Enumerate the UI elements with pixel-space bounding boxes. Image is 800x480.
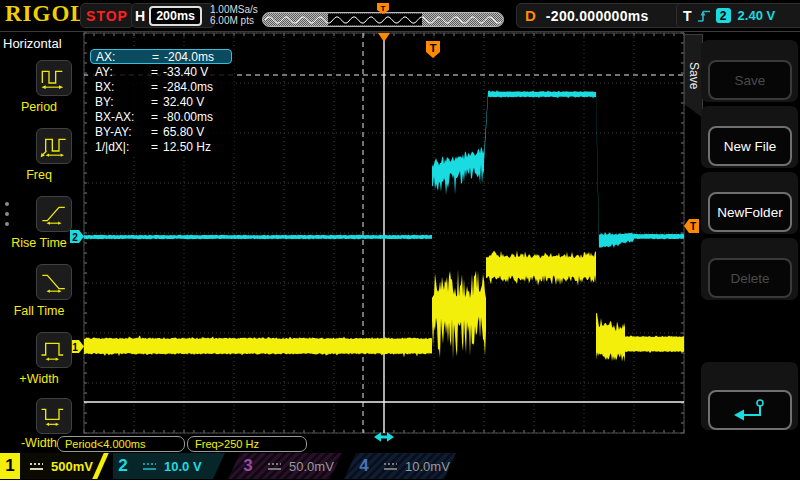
trigger-slope-icon: [697, 8, 711, 23]
pos-width-icon: [39, 335, 69, 365]
sidebar-item-neg-width[interactable]: [36, 398, 72, 434]
sidebar-item-rise-time-label: Rise Time: [0, 236, 78, 250]
neg-width-icon: [39, 401, 69, 431]
channel-4-number: 4: [354, 453, 374, 479]
dc-coupling-icon: [30, 462, 43, 471]
cursor-row-ax[interactable]: AX:=-204.0ms: [90, 49, 232, 64]
acquisition-info: 1.00MSa/s 6.00M pts: [210, 5, 258, 26]
cursor-a-handle[interactable]: [374, 432, 394, 442]
channel-2-number: 2: [113, 453, 133, 479]
delay-panel: D -200.000000ms: [516, 3, 690, 28]
sidebar-item-period-label: Period: [0, 100, 78, 114]
trigger-level-value: 2.40 V: [738, 8, 776, 23]
freq-icon: [39, 131, 69, 161]
return-arrow-icon: [728, 397, 772, 423]
rigol-logo: RIGOL: [5, 1, 87, 27]
message-freq-limit: Freq>250 Hz: [187, 436, 307, 452]
new-folder-button[interactable]: NewFolder: [708, 192, 792, 232]
svg-text:T: T: [381, 4, 386, 13]
sidebar-item-rise-time[interactable]: [36, 196, 72, 232]
trigger-panel: T 2 2.40 V: [676, 3, 800, 28]
trigger-delay-marker[interactable]: [378, 33, 390, 42]
channel-3-status[interactable]: 3 50.0mV: [228, 453, 342, 479]
channel-3-number: 3: [238, 453, 258, 479]
delete-button[interactable]: Delete: [708, 258, 792, 298]
channel-2-scale: 10.0 V: [164, 459, 202, 474]
sidebar-item-pos-width-label: +Width: [0, 372, 78, 386]
sidebar-item-pos-width[interactable]: [36, 332, 72, 368]
sidebar-item-period[interactable]: [36, 60, 72, 96]
channel-1-number: 1: [0, 453, 20, 479]
sidebar-item-fall-time[interactable]: [36, 264, 72, 300]
sidebar-item-fall-time-label: Fall Time: [0, 304, 78, 318]
channel-3-scale: 50.0mV: [289, 459, 334, 474]
channel-2-status[interactable]: 2 10.0 V: [113, 453, 225, 479]
channel-4-status[interactable]: 4 10.0mV: [344, 453, 456, 479]
channel-4-scale: 10.0mV: [405, 459, 450, 474]
cursor-row-by[interactable]: BY:=32.40 V: [90, 94, 232, 109]
trigger-flag[interactable]: T: [426, 41, 440, 58]
horizontal-panel: H 200ms: [131, 3, 215, 28]
cursor-row-by-ay[interactable]: BY-AY:=65.80 V: [90, 124, 232, 139]
record-position-bar: T: [262, 1, 504, 29]
save-button[interactable]: Save: [708, 60, 792, 100]
trigger-label: T: [683, 8, 692, 24]
dc-coupling-icon: [384, 462, 397, 471]
sidebar-item-freq-label: Freq: [0, 168, 78, 182]
cursor-row-bx[interactable]: BX:=-284.0ms: [90, 79, 232, 94]
delay-label: D: [525, 7, 536, 24]
cursor-row-inv-dx[interactable]: 1/|dX|:=12.50 Hz: [90, 139, 232, 154]
channel-1-scale: 500mV: [51, 459, 93, 474]
fall-time-icon: [39, 267, 69, 297]
message-period-limit: Period<4.000ms: [57, 436, 185, 452]
memory-depth: 6.00M pts: [210, 16, 258, 27]
sidebar-page-dots: [5, 202, 9, 226]
rise-time-icon: [39, 199, 69, 229]
save-menu: Save Save New File NewFolder Delete: [684, 32, 800, 452]
sidebar-item-freq[interactable]: [36, 128, 72, 164]
svg-text:T: T: [430, 42, 437, 54]
new-file-button[interactable]: New File: [708, 126, 792, 166]
run-state-indicator[interactable]: STOP: [80, 3, 134, 28]
top-status-bar: RIGOL STOP H 200ms 1.00MSa/s 6.00M pts T…: [0, 0, 800, 32]
period-icon: [39, 63, 69, 93]
timebase-value: 200ms: [149, 6, 202, 26]
trigger-source-badge: 2: [716, 8, 731, 23]
sample-rate: 1.00MSa/s: [210, 5, 258, 16]
delay-value: -200.000000ms: [546, 8, 649, 24]
measure-sidebar: Horizontal Period Freq Rise Time: [0, 32, 83, 452]
channel-status-bar: 1 500mV 2 10.0 V 3 50.0mV 4 10.0mV: [0, 452, 800, 480]
cursor-row-bx-ax[interactable]: BX-AX:=-80.00ms: [90, 109, 232, 124]
horizontal-label: H: [135, 8, 145, 24]
dc-coupling-icon: [268, 462, 281, 471]
back-button[interactable]: [708, 390, 792, 430]
cursor-row-ay[interactable]: AY:=-33.40 V: [90, 64, 232, 79]
cursor-measurement-box: AX:=-204.0ms AY:=-33.40 V BX:=-284.0ms B…: [88, 48, 234, 155]
dc-coupling-icon: [143, 462, 156, 471]
sidebar-title: Horizontal: [3, 36, 62, 51]
